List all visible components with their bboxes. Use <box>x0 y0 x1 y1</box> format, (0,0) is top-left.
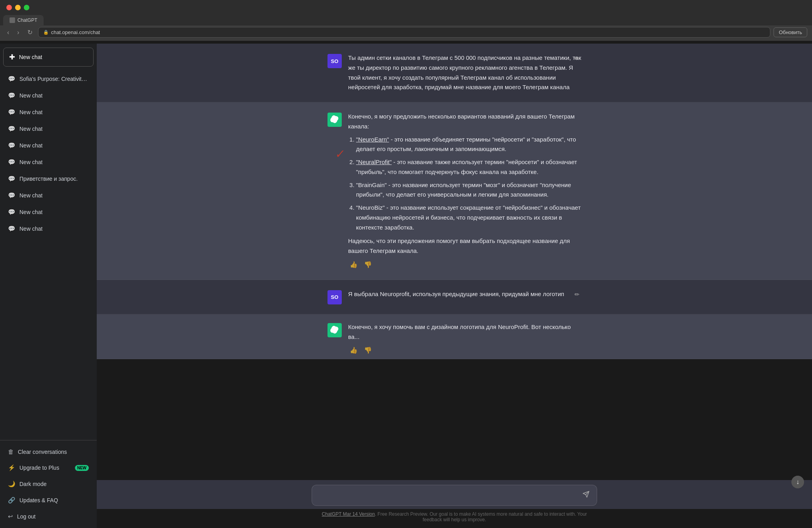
ai-outro: Надеюсь, что эти предложения помогут вам… <box>348 236 581 256</box>
list-item-2: "NeuralProfit" - это название также испо… <box>356 157 581 177</box>
maximize-button[interactable] <box>24 5 29 10</box>
user-avatar: SO <box>327 290 342 304</box>
sidebar-item-logout[interactable]: ↩ Log out <box>2 509 94 524</box>
chat-input-area <box>97 480 812 509</box>
lightning-icon: ⚡ <box>8 464 15 471</box>
ai-list: "NeuroEarn" - это название объединяет те… <box>348 135 581 233</box>
send-button[interactable] <box>581 489 591 501</box>
sidebar-item-chat3[interactable]: 💬 New chat <box>2 121 94 137</box>
sidebar-item-chat4[interactable]: 💬 New chat <box>2 138 94 153</box>
reload-button[interactable]: ↻ <box>25 27 35 38</box>
lock-icon: 🔒 <box>43 30 49 35</box>
message-actions-2: 👍 👎 <box>348 345 581 356</box>
minimize-button[interactable] <box>15 5 21 10</box>
update-button[interactable]: Обновить <box>774 27 807 37</box>
thumbs-down-button-2[interactable]: 👎 <box>362 345 373 356</box>
sidebar-item-dark[interactable]: 🌙 Dark mode <box>2 476 94 492</box>
main-wrapper: ✚ New chat 💬 Sofia's Purpose: Creativity… <box>0 44 812 528</box>
sidebar-item-label: Clear conversations <box>18 449 67 455</box>
user-avatar: SO <box>327 54 342 68</box>
message-block-user-2: SO Я выбрала Neuroprofit, используя пред… <box>97 280 812 314</box>
scroll-down-button[interactable]: ↓ <box>791 476 804 488</box>
chatgpt-version-link[interactable]: ChatGPT Mar 14 Version <box>322 511 375 517</box>
new-chat-label: New chat <box>19 54 42 60</box>
sidebar-item-clear[interactable]: 🗑 Clear conversations <box>2 444 94 459</box>
chat-icon: 💬 <box>8 92 15 99</box>
sidebar-item-label: New chat <box>19 109 42 115</box>
chat-icon: 💬 <box>8 209 15 216</box>
nav-bar: ‹ › ↻ 🔒 chat.openai.com/chat Обновить <box>0 25 812 41</box>
message-text-user-2: Я выбрала Neuroprofit, используя предыду… <box>348 289 581 299</box>
sidebar-item-label: New chat <box>19 192 42 199</box>
sidebar-item-chat1[interactable]: 💬 New chat <box>2 88 94 103</box>
message-block-user-1: SO Ты админ сетки каналов в Телеграм с 5… <box>97 44 812 102</box>
message-text-ai-2: Конечно, я хочу помочь вам с дизайном ло… <box>348 322 581 356</box>
edit-message-button[interactable]: ✏ <box>573 53 581 63</box>
trash-icon: 🗑 <box>8 448 14 455</box>
new-badge: NEW <box>75 465 89 471</box>
sidebar-item-chat5[interactable]: 💬 New chat <box>2 154 94 170</box>
list-item-name: "BrainGain" <box>356 182 387 188</box>
sidebar-item-chat2[interactable]: 💬 New chat <box>2 104 94 120</box>
sidebar-bottom: 🗑 Clear conversations ⚡ Upgrade to Plus … <box>0 440 97 528</box>
chat-wrapper: SO Ты админ сетки каналов в Телеграм с 5… <box>97 44 812 528</box>
close-button[interactable] <box>6 5 12 10</box>
sidebar-item-label: Sofia's Purpose: Creativity & <box>19 76 89 82</box>
url-text: chat.openai.com/chat <box>51 29 100 35</box>
sidebar-item-label: New chat <box>19 159 42 165</box>
sidebar-item-label: Приветствие и запрос. <box>19 176 78 182</box>
thumbs-up-button-2[interactable]: 👍 <box>348 345 359 356</box>
message-text-ai-1: Конечно, я могу предложить несколько вар… <box>348 112 581 270</box>
sidebar-item-label: Log out <box>17 513 36 520</box>
chat-icon: 💬 <box>8 125 15 132</box>
sidebar-item-label: Upgrade to Plus <box>19 465 59 471</box>
avatar-text: SO <box>331 294 339 300</box>
ai-intro: Конечно, я могу предложить несколько вар… <box>348 112 581 132</box>
moon-icon: 🌙 <box>8 480 15 488</box>
traffic-lights <box>0 0 812 13</box>
message-actions: 👍 👎 <box>348 259 581 270</box>
sidebar-item-label: Dark mode <box>19 481 46 487</box>
logout-icon: ↩ <box>8 513 13 520</box>
tabs-bar: ChatGPT <box>0 13 812 25</box>
sidebar-item-updates[interactable]: 🔗 Updates & FAQ <box>2 492 94 508</box>
thumbs-down-button[interactable]: 👎 <box>362 259 373 270</box>
chat-icon: 💬 <box>8 142 15 149</box>
chat-input[interactable] <box>318 492 578 499</box>
ai-partial-text: Конечно, я хочу помочь вам с дизайном ло… <box>348 322 581 342</box>
sidebar-item-privet[interactable]: 💬 Приветствие и запрос. <box>2 171 94 187</box>
list-item-desc: - это название объединяет термины "нейро… <box>356 136 576 153</box>
plus-icon: ✚ <box>9 53 15 61</box>
sidebar-item-label: New chat <box>19 209 42 215</box>
ai-avatar-2 <box>327 323 342 337</box>
chat-footer: ChatGPT Mar 14 Version. Free Research Pr… <box>312 509 597 528</box>
edit-message-button-2[interactable]: ✏ <box>573 289 581 300</box>
link-icon: 🔗 <box>8 497 15 504</box>
list-item-name: "NeuroEarn" <box>356 136 389 143</box>
list-item-name: "NeuroBiz" <box>356 204 385 211</box>
sidebar-item-chat8[interactable]: 💬 New chat <box>2 221 94 237</box>
browser-tab[interactable]: ChatGPT <box>3 15 44 25</box>
list-item-1: "NeuroEarn" - это название объединяет те… <box>356 135 581 155</box>
sidebar-item-upgrade[interactable]: ⚡ Upgrade to Plus NEW <box>2 460 94 476</box>
message-block-ai-1: ✓ Конечно, я могу предложить несколько в… <box>97 102 812 280</box>
avatar-text: SO <box>331 58 339 64</box>
list-item-desc: - это название использует термин "мозг" … <box>356 182 571 198</box>
message-inner: SO Ты админ сетки каналов в Телеграм с 5… <box>312 53 597 92</box>
list-item-4: "NeuroBiz" - это название использует сок… <box>356 203 581 232</box>
sidebar-item-label: New chat <box>19 226 42 232</box>
thumbs-up-button[interactable]: 👍 <box>348 259 359 270</box>
message-inner: ✓ Конечно, я могу предложить несколько в… <box>312 112 597 270</box>
sidebar-item-chat6[interactable]: 💬 New chat <box>2 187 94 203</box>
forward-button[interactable]: › <box>15 27 21 38</box>
annotation-checkmark: ✓ <box>334 147 345 161</box>
sidebar-item-chat7[interactable]: 💬 New chat <box>2 204 94 220</box>
browser-chrome: ChatGPT ‹ › ↻ 🔒 chat.openai.com/chat Обн… <box>0 0 812 41</box>
sidebar-item-sofia[interactable]: 💬 Sofia's Purpose: Creativity & <box>2 71 94 87</box>
chat-icon: 💬 <box>8 225 15 232</box>
back-button[interactable]: ‹ <box>5 27 11 38</box>
ai-avatar <box>327 113 342 127</box>
sidebar-item-label: Updates & FAQ <box>19 497 58 503</box>
address-bar[interactable]: 🔒 chat.openai.com/chat <box>38 27 770 38</box>
new-chat-button[interactable]: ✚ New chat <box>3 48 94 67</box>
